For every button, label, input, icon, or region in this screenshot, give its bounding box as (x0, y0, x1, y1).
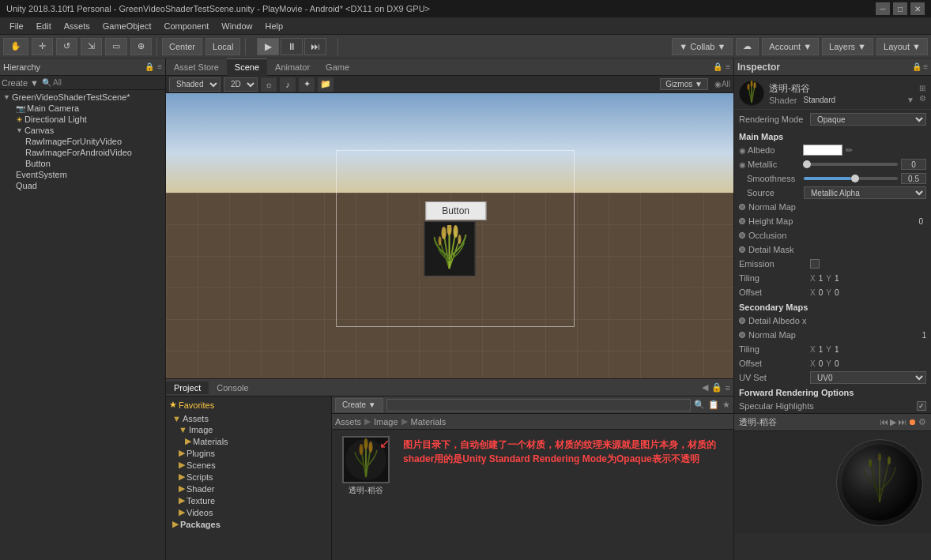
metallic-input[interactable] (901, 159, 926, 170)
folder-shader[interactable]: ▶ Shader (169, 483, 328, 494)
assets-root[interactable]: ▼ Assets (169, 413, 328, 424)
smoothness-input[interactable] (901, 173, 926, 184)
gizmos-btn[interactable]: Gizmos ▼ (660, 78, 708, 90)
hand-tool[interactable]: ✋ (3, 38, 28, 55)
specular-checkbox[interactable]: ✓ (917, 401, 926, 411)
tab-console[interactable]: Console (209, 381, 256, 394)
search-icon[interactable]: 🔍 (694, 400, 705, 410)
tree-icon[interactable]: 📋 (708, 400, 719, 410)
menu-help[interactable]: Help (258, 20, 289, 32)
smoothness-slider[interactable] (804, 177, 898, 180)
project-create-btn[interactable]: Create ▼ (335, 398, 383, 412)
folder-scripts[interactable]: ▶ Scripts (169, 471, 328, 483)
pause-btn[interactable]: ⏸ (281, 38, 303, 55)
breadcrumb-assets[interactable]: Assets (335, 417, 361, 427)
dim-dropdown[interactable]: 2D (224, 77, 258, 92)
hierarchy-button[interactable]: Button (2, 158, 164, 169)
step-btn[interactable]: ⏭ (304, 38, 326, 55)
emission-checkbox[interactable] (810, 259, 820, 269)
layout-btn[interactable]: Layout ▼ (876, 38, 928, 55)
folder-view-btn[interactable]: 📁 (318, 77, 334, 92)
inspector-lock[interactable]: 🔒 (912, 62, 922, 71)
folder-videos[interactable]: ▶ Videos (169, 506, 328, 518)
folder-packages[interactable]: ▶ Packages (169, 518, 328, 530)
folder-image[interactable]: ▼ Image (169, 424, 328, 435)
center-btn[interactable]: Center (162, 38, 202, 55)
bottom-record[interactable]: ⏺ (908, 417, 917, 427)
tab-project[interactable]: Project (166, 381, 209, 394)
bottom-settings[interactable]: ⚙ (918, 417, 926, 427)
bottom-lock[interactable]: 🔒 (711, 382, 722, 393)
rotate-tool[interactable]: ↺ (56, 38, 77, 55)
uvset-dropdown[interactable]: UV0 (810, 371, 926, 384)
fx-btn[interactable]: ✦ (299, 77, 315, 92)
menu-gameobject[interactable]: GameObject (96, 20, 158, 32)
smoothness-thumb[interactable] (851, 175, 859, 182)
albedo-picker-icon[interactable]: ✏ (846, 145, 853, 156)
shading-dropdown[interactable]: Shaded (169, 77, 220, 92)
rendering-mode-dropdown[interactable]: Opaque (810, 113, 926, 126)
source-dropdown[interactable]: Metallic Alpha (804, 186, 926, 199)
hierarchy-canvas[interactable]: ▼ Canvas (2, 125, 164, 136)
layers-btn[interactable]: Layers ▼ (822, 38, 873, 55)
maximize-btn[interactable]: □ (893, 2, 907, 15)
asset-transparent-grass[interactable]: ↙ 透明-稻谷 (338, 436, 394, 496)
play-btn[interactable]: ▶ (257, 38, 279, 55)
hierarchy-eventsystem[interactable]: EventSystem (2, 169, 164, 180)
minimize-btn[interactable]: ─ (876, 2, 890, 15)
menu-file[interactable]: File (3, 20, 30, 32)
local-btn[interactable]: Local (205, 38, 240, 55)
hierarchy-menu[interactable]: ≡ (157, 62, 162, 71)
bottom-play[interactable]: ▶ (890, 417, 896, 427)
breadcrumb-materials[interactable]: Materials (411, 417, 447, 427)
collab-btn[interactable]: ▼ Collab ▼ (672, 38, 733, 55)
menu-window[interactable]: Window (215, 20, 258, 32)
folder-materials[interactable]: ▶ Materials (169, 435, 328, 447)
lighting-btn[interactable]: ☼ (261, 77, 277, 92)
folder-scenes[interactable]: ▶ Scenes (169, 459, 328, 471)
view-menu[interactable]: ≡ (726, 62, 730, 71)
breadcrumb-image[interactable]: Image (374, 417, 398, 427)
hierarchy-raw-image-unity[interactable]: RawImageForUnityVideo (2, 136, 164, 147)
bottom-menu[interactable]: ≡ (726, 383, 730, 393)
tab-animator[interactable]: Animator (267, 58, 318, 76)
metallic-slider[interactable] (803, 163, 898, 166)
collapse-icon[interactable]: ◀ (702, 382, 708, 393)
tab-game[interactable]: Game (318, 58, 357, 76)
hierarchy-directional-light[interactable]: ☀ Directional Light (2, 114, 164, 125)
hierarchy-quad[interactable]: Quad (2, 180, 164, 191)
close-btn[interactable]: ✕ (910, 2, 925, 15)
bottom-prev[interactable]: ⏮ (880, 417, 888, 427)
folder-plugins[interactable]: ▶ Plugins (169, 447, 328, 459)
combo-tool[interactable]: ⊕ (130, 38, 152, 55)
rect-tool[interactable]: ▭ (105, 38, 127, 55)
menu-edit[interactable]: Edit (30, 20, 58, 32)
scale-tool[interactable]: ⇲ (81, 38, 102, 55)
inspector-menu[interactable]: ≡ (923, 62, 928, 71)
star-icon[interactable]: ★ (722, 400, 730, 410)
audio-btn[interactable]: ♪ (280, 77, 296, 92)
tab-asset-store[interactable]: Asset Store (166, 58, 227, 76)
sep2 (245, 38, 246, 55)
menu-assets[interactable]: Assets (58, 20, 96, 32)
move-tool[interactable]: ✛ (32, 38, 53, 55)
project-search-input[interactable] (386, 399, 691, 412)
view-lock[interactable]: 🔒 (713, 62, 722, 71)
tab-scene[interactable]: Scene (227, 58, 267, 76)
bottom-next[interactable]: ⏭ (898, 417, 906, 427)
hierarchy-scene[interactable]: ▼ GreenVideoShaderTestScene* (2, 92, 164, 103)
inspector-expand[interactable]: ⊞ (919, 84, 926, 92)
hierarchy-lock[interactable]: 🔒 (145, 62, 154, 71)
metallic-thumb[interactable] (803, 160, 811, 168)
albedo-color-swatch[interactable] (803, 145, 842, 156)
menu-component[interactable]: Component (157, 20, 215, 32)
hierarchy-main-camera[interactable]: 📷 Main Camera (2, 103, 164, 114)
create-btn[interactable]: Create ▼ (2, 78, 39, 88)
ui-button[interactable]: Button (425, 201, 486, 220)
inspector-settings[interactable]: ⚙ (919, 94, 926, 103)
account-btn[interactable]: Account ▼ (762, 38, 819, 55)
hierarchy-raw-image-android[interactable]: RawImageForAndroidVideo (2, 147, 164, 158)
shader-select-btn[interactable]: ▼ (906, 96, 914, 104)
folder-texture[interactable]: ▶ Texture (169, 494, 328, 506)
cloud-btn[interactable]: ☁ (736, 38, 759, 55)
